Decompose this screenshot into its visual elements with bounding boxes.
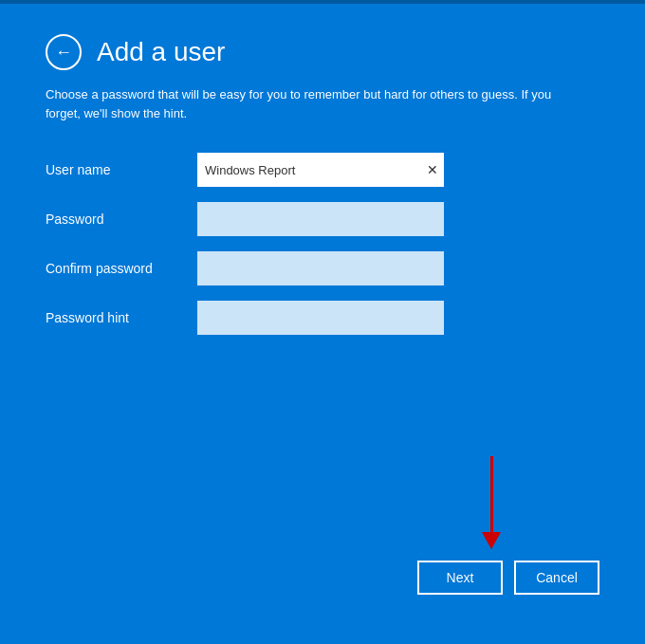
- arrow-head: [482, 532, 501, 549]
- clear-username-button[interactable]: ✕: [427, 163, 438, 176]
- confirm-password-input-wrapper: [197, 251, 444, 285]
- confirm-password-label: Confirm password: [46, 261, 197, 276]
- password-input[interactable]: [197, 202, 444, 236]
- arrow-indicator: [482, 456, 501, 549]
- username-label: User name: [46, 162, 197, 177]
- confirm-password-row: Confirm password: [46, 251, 599, 285]
- page-title: Add a user: [97, 37, 225, 67]
- back-arrow-icon: ←: [55, 44, 72, 61]
- password-hint-input[interactable]: [197, 301, 444, 335]
- button-row: Next Cancel: [46, 561, 599, 614]
- password-hint-label: Password hint: [46, 310, 197, 325]
- username-input[interactable]: [197, 153, 444, 187]
- password-input-wrapper: [197, 202, 444, 236]
- form-section: User name ✕ Password Confirm password Pa…: [46, 153, 599, 350]
- back-button[interactable]: ←: [46, 34, 82, 70]
- password-row: Password: [46, 202, 599, 236]
- cancel-button[interactable]: Cancel: [514, 561, 599, 595]
- username-input-wrapper: ✕: [197, 153, 444, 187]
- password-label: Password: [46, 212, 197, 227]
- password-hint-row: Password hint: [46, 301, 599, 335]
- confirm-password-input[interactable]: [197, 251, 444, 285]
- arrow-line: [490, 456, 493, 532]
- main-container: ← Add a user Choose a password that will…: [0, 4, 645, 644]
- spacer: [46, 350, 599, 561]
- next-button[interactable]: Next: [417, 561, 503, 595]
- header: ← Add a user: [46, 34, 599, 70]
- subtitle-text: Choose a password that will be easy for …: [46, 85, 577, 122]
- password-hint-input-wrapper: [197, 301, 444, 335]
- username-row: User name ✕: [46, 153, 599, 187]
